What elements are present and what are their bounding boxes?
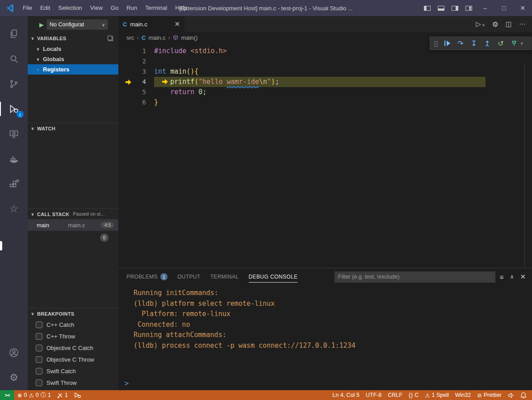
step-into-button[interactable]: ↧	[469, 39, 478, 48]
menu-terminal[interactable]: Terminal	[141, 0, 171, 16]
tab-output[interactable]: OUTPUT	[177, 268, 201, 285]
minimize-button[interactable]: –	[476, 0, 494, 16]
breakpoint-item[interactable]: Objective C Catch	[28, 342, 118, 354]
formatter-status[interactable]: ⊘ Prettier	[474, 390, 505, 400]
cursor-position[interactable]: Ln 4, Col 5	[329, 390, 362, 400]
activity-search-icon[interactable]	[0, 46, 28, 71]
run-or-debug-icon[interactable]: ▷∨	[476, 20, 485, 28]
close-panel-icon[interactable]: ✕	[520, 273, 526, 281]
notifications-indicator[interactable]	[517, 390, 532, 400]
breakpoint-checkbox[interactable]	[36, 379, 42, 386]
menu-edit[interactable]: Edit	[36, 0, 54, 16]
close-tab-icon[interactable]: ✕	[174, 20, 180, 28]
breadcrumb-symbol[interactable]: main()	[181, 34, 197, 41]
breakpoint-gutter[interactable]	[118, 77, 132, 87]
activity-source-control-icon[interactable]	[0, 71, 28, 96]
activity-settings-icon[interactable]: ⚙	[0, 365, 28, 390]
activity-remote-explorer-icon[interactable]	[0, 121, 28, 146]
copy-icon[interactable]	[108, 36, 113, 41]
activity-extensions-icon[interactable]	[0, 171, 28, 196]
platform-indicator[interactable]: Win32	[452, 390, 474, 400]
breakpoint-checkbox[interactable]	[36, 368, 42, 375]
breakpoint-gutter[interactable]	[118, 67, 132, 77]
activity-explorer-icon[interactable]	[0, 21, 28, 46]
code-line[interactable]: 6}	[118, 97, 532, 108]
tab-debug-console[interactable]: DEBUG CONSOLE	[249, 268, 298, 285]
activity-docker-icon[interactable]	[0, 146, 28, 171]
tab-terminal[interactable]: TERMINAL	[210, 268, 239, 285]
spell-checker-status[interactable]: ⚠ 1 Spell	[422, 390, 452, 400]
breakpoint-item[interactable]: C++ Catch	[28, 319, 118, 330]
gear-icon[interactable]: ⚙	[492, 20, 498, 29]
encoding-indicator[interactable]: UTF-8	[363, 390, 385, 400]
menu-selection[interactable]: Selection	[54, 0, 86, 16]
remote-indicator[interactable]: ><	[0, 390, 14, 400]
code-line[interactable]: 5 return 0;	[118, 87, 532, 97]
breakpoint-gutter[interactable]	[118, 46, 132, 56]
split-editor-icon[interactable]: ◫	[506, 20, 512, 28]
activity-run-debug-icon[interactable]: 1	[0, 96, 28, 121]
menu-go[interactable]: Go	[107, 0, 122, 16]
breakpoint-item[interactable]: Swift Throw	[28, 377, 118, 388]
breakpoint-gutter[interactable]	[118, 97, 132, 108]
menu-lines-icon[interactable]: ≡	[500, 273, 504, 281]
breakpoint-item[interactable]: C++ Throw	[28, 330, 118, 342]
breakpoints-section-header[interactable]: ∨ BREAKPOINTS	[28, 308, 118, 319]
more-actions-icon[interactable]: ⋯	[519, 20, 526, 28]
customize-layout-icon[interactable]	[465, 6, 472, 11]
breakpoint-checkbox[interactable]	[36, 321, 42, 328]
step-out-button[interactable]: ↥	[483, 39, 492, 48]
breakpoint-gutter[interactable]	[118, 56, 132, 67]
breakpoint-item[interactable]: Objective C Throw	[28, 354, 118, 365]
console-input[interactable]: >	[118, 377, 532, 390]
breadcrumb-file[interactable]: main.c	[148, 34, 165, 41]
eol-indicator[interactable]: CRLF	[385, 390, 406, 400]
close-button[interactable]: ✕	[513, 0, 532, 16]
breadcrumb-folder[interactable]: src	[126, 34, 134, 41]
editor-scrollbar[interactable]	[524, 62, 525, 268]
debug-configuration-dropdown[interactable]: No Configurat ∨	[46, 19, 108, 30]
tab-main-c[interactable]: C main.c ✕	[118, 16, 184, 32]
console-filter-input[interactable]	[335, 271, 495, 283]
debug-session-indicator[interactable]	[71, 390, 84, 400]
problems-summary[interactable]: ⊗ 0 ⚠ 0 ⓘ 1	[14, 390, 54, 400]
call-stack-section-header[interactable]: ∨ CALL STACK Paused on st...	[28, 208, 118, 219]
toggle-secondary-sidebar-icon[interactable]	[452, 6, 458, 11]
variables-section-header[interactable]: ∨ VARIABLES	[28, 33, 118, 44]
menu-run[interactable]: Run	[122, 0, 141, 16]
breakpoint-gutter[interactable]	[118, 87, 132, 97]
active-tasks-indicator[interactable]: 1	[54, 390, 71, 400]
continue-button[interactable]	[443, 39, 452, 48]
restart-button[interactable]: ↺	[496, 39, 505, 48]
variables-scope-globals[interactable]: ∨ Globals	[28, 54, 118, 64]
language-mode[interactable]: { } C	[406, 390, 422, 400]
variables-scope-registers[interactable]: › Registers	[28, 64, 118, 75]
activity-account-icon[interactable]	[0, 340, 28, 365]
code-line[interactable]: 4 printf("hello wamr-ide\n");	[118, 77, 532, 87]
code-line[interactable]: 2	[118, 56, 532, 67]
code-line[interactable]: 3int main(){	[118, 67, 532, 77]
step-over-button[interactable]: ↷	[456, 39, 465, 48]
disconnect-button[interactable]	[510, 39, 519, 48]
chevron-down-icon[interactable]: ∨	[520, 41, 524, 46]
maximize-button[interactable]: □	[494, 0, 513, 16]
maximize-panel-icon[interactable]: ∧	[510, 274, 514, 280]
activity-favorites-icon[interactable]: ☆	[0, 196, 28, 221]
announcement-indicator[interactable]	[505, 390, 517, 400]
breakpoint-checkbox[interactable]	[36, 345, 42, 351]
drag-handle-icon[interactable]	[434, 40, 438, 47]
toggle-sidebar-icon[interactable]	[424, 6, 431, 11]
watch-section-header[interactable]: ∨ WATCH	[28, 123, 118, 133]
menu-help[interactable]: Help	[171, 0, 191, 16]
toggle-panel-icon[interactable]	[438, 6, 444, 11]
menu-file[interactable]: File	[19, 0, 36, 16]
breakpoint-checkbox[interactable]	[36, 333, 42, 340]
breakpoint-item[interactable]: Swift Catch	[28, 365, 118, 377]
call-stack-frame[interactable]: main main.c 4:5	[28, 219, 118, 231]
code-editor[interactable]: 1#include <stdio.h>23int main(){4 printf…	[118, 43, 532, 268]
start-debugging-icon[interactable]: ▶	[39, 21, 44, 28]
variables-scope-locals[interactable]: ∨ Locals	[28, 44, 118, 54]
menu-view[interactable]: View	[86, 0, 107, 16]
tab-problems[interactable]: PROBLEMS 1	[126, 268, 168, 285]
breakpoint-checkbox[interactable]	[36, 356, 42, 363]
